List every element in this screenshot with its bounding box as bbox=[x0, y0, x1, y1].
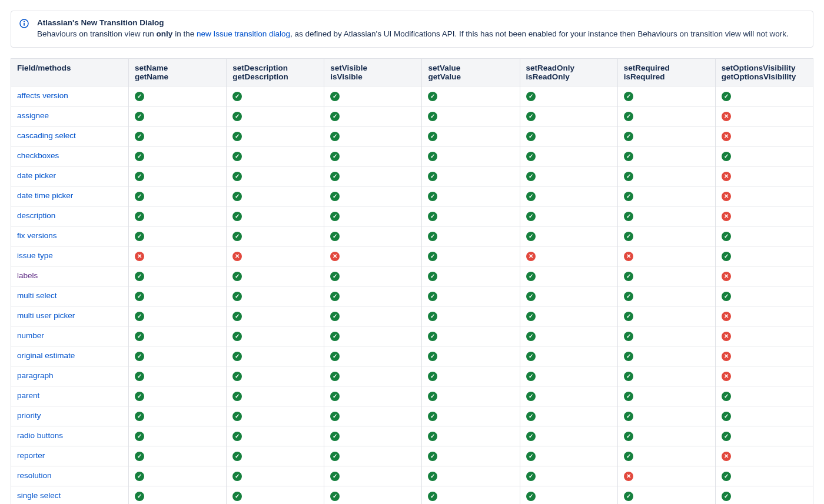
status-cell: ✓ bbox=[520, 446, 617, 466]
status-cell: ✓ bbox=[129, 446, 227, 466]
check-icon: ✓ bbox=[428, 352, 437, 361]
table-row: parent✓✓✓✓✓✓✓ bbox=[11, 386, 813, 406]
header-method-line2: isRequired bbox=[624, 72, 709, 81]
status-cell: ✓ bbox=[617, 166, 715, 186]
check-icon: ✓ bbox=[330, 192, 340, 201]
status-cell: ✓ bbox=[129, 186, 227, 206]
check-icon: ✓ bbox=[330, 292, 340, 301]
field-link[interactable]: checkboxes bbox=[17, 151, 59, 160]
check-icon: ✓ bbox=[526, 132, 536, 141]
check-icon: ✓ bbox=[624, 272, 633, 281]
cross-icon: ✕ bbox=[722, 112, 731, 121]
check-icon: ✓ bbox=[232, 272, 242, 281]
field-link[interactable]: original estimate bbox=[17, 351, 75, 360]
header-field: Field/methods bbox=[11, 59, 129, 86]
status-cell: ✓ bbox=[324, 266, 422, 286]
field-link[interactable]: parent bbox=[17, 391, 39, 400]
header-method-0: setNamegetName bbox=[129, 59, 227, 86]
status-cell: ✓ bbox=[520, 206, 617, 226]
table-row: number✓✓✓✓✓✓✕ bbox=[11, 326, 813, 346]
status-cell: ✓ bbox=[129, 346, 227, 366]
field-cell: priority bbox=[11, 406, 129, 426]
field-link[interactable]: date picker bbox=[17, 171, 56, 180]
check-icon: ✓ bbox=[135, 492, 144, 501]
field-link[interactable]: number bbox=[17, 331, 44, 340]
table-row: date picker✓✓✓✓✓✓✕ bbox=[11, 166, 813, 186]
field-link[interactable]: multi select bbox=[17, 291, 57, 300]
cross-icon: ✕ bbox=[624, 472, 633, 481]
check-icon: ✓ bbox=[135, 272, 144, 281]
check-icon: ✓ bbox=[722, 472, 731, 481]
cross-icon: ✕ bbox=[722, 272, 731, 281]
table-row: assignee✓✓✓✓✓✓✕ bbox=[11, 106, 813, 126]
status-cell: ✓ bbox=[324, 466, 422, 486]
status-cell: ✓ bbox=[129, 286, 227, 306]
check-icon: ✓ bbox=[722, 412, 731, 421]
field-link[interactable]: reporter bbox=[17, 451, 45, 460]
header-method-line1: setDescription bbox=[232, 64, 318, 72]
header-method-line1: setOptionsVisibility bbox=[722, 64, 807, 72]
status-cell: ✓ bbox=[129, 406, 227, 426]
field-link[interactable]: cascading select bbox=[17, 131, 76, 140]
info-link[interactable]: new Issue transition dialog bbox=[197, 29, 290, 38]
check-icon: ✓ bbox=[428, 372, 437, 381]
field-link[interactable]: single select bbox=[17, 491, 61, 500]
check-icon: ✓ bbox=[624, 172, 633, 181]
field-cell: parent bbox=[11, 386, 129, 406]
field-link[interactable]: multi user picker bbox=[17, 311, 75, 320]
check-icon: ✓ bbox=[526, 392, 536, 401]
status-cell: ✕ bbox=[715, 306, 813, 326]
status-cell: ✓ bbox=[617, 226, 715, 246]
field-link[interactable]: paragraph bbox=[17, 371, 54, 380]
status-cell: ✓ bbox=[715, 246, 813, 266]
status-cell: ✓ bbox=[129, 366, 227, 386]
check-icon: ✓ bbox=[624, 332, 633, 341]
field-link[interactable]: issue type bbox=[17, 251, 53, 260]
info-title: Atlassian's New Transition Dialog bbox=[37, 18, 805, 27]
check-icon: ✓ bbox=[330, 472, 340, 481]
status-cell: ✓ bbox=[129, 166, 227, 186]
status-cell: ✓ bbox=[520, 486, 617, 504]
field-link[interactable]: radio buttons bbox=[17, 431, 63, 440]
header-method-line2: getName bbox=[135, 72, 220, 81]
table-row: description✓✓✓✓✓✓✕ bbox=[11, 206, 813, 226]
status-cell: ✓ bbox=[324, 226, 422, 246]
field-link[interactable]: description bbox=[17, 211, 55, 220]
status-cell: ✓ bbox=[227, 366, 324, 386]
check-icon: ✓ bbox=[330, 352, 340, 361]
status-cell: ✓ bbox=[324, 386, 422, 406]
check-icon: ✓ bbox=[232, 452, 242, 461]
cross-icon: ✕ bbox=[722, 452, 731, 461]
check-icon: ✓ bbox=[624, 152, 633, 161]
check-icon: ✓ bbox=[232, 312, 242, 321]
field-link[interactable]: date time picker bbox=[17, 191, 73, 200]
status-cell: ✓ bbox=[520, 286, 617, 306]
check-icon: ✓ bbox=[232, 232, 242, 241]
status-cell: ✓ bbox=[422, 426, 520, 446]
field-link[interactable]: fix versions bbox=[17, 231, 57, 240]
check-icon: ✓ bbox=[135, 92, 144, 101]
check-icon: ✓ bbox=[232, 492, 242, 501]
field-link[interactable]: assignee bbox=[17, 111, 49, 120]
status-cell: ✕ bbox=[520, 246, 617, 266]
check-icon: ✓ bbox=[330, 312, 340, 321]
check-icon: ✓ bbox=[624, 232, 633, 241]
status-cell: ✓ bbox=[617, 106, 715, 126]
field-link[interactable]: resolution bbox=[17, 471, 52, 480]
status-cell: ✓ bbox=[422, 486, 520, 504]
status-cell: ✓ bbox=[520, 386, 617, 406]
field-link[interactable]: affects version bbox=[17, 91, 68, 100]
cross-icon: ✕ bbox=[526, 252, 536, 261]
info-icon bbox=[19, 19, 29, 28]
status-cell: ✓ bbox=[324, 86, 422, 106]
field-cell: paragraph bbox=[11, 366, 129, 386]
check-icon: ✓ bbox=[232, 472, 242, 481]
field-link[interactable]: labels bbox=[17, 271, 38, 280]
header-method-line2: isReadOnly bbox=[526, 72, 612, 81]
table-row: issue type✕✕✕✓✕✕✓ bbox=[11, 246, 813, 266]
header-method-line2: getOptionsVisibility bbox=[722, 72, 807, 81]
field-cell: date picker bbox=[11, 166, 129, 186]
field-link[interactable]: priority bbox=[17, 411, 41, 420]
cross-icon: ✕ bbox=[722, 212, 731, 221]
check-icon: ✓ bbox=[135, 352, 144, 361]
